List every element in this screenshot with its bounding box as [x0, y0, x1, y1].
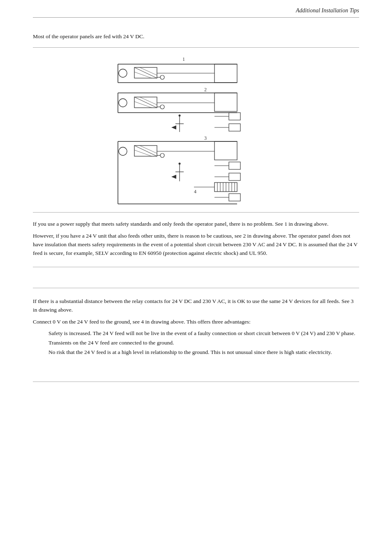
- section2: If there is a substantial distance betwe…: [33, 288, 359, 357]
- section2-para1: If there is a substantial distance betwe…: [33, 297, 359, 314]
- svg-marker-66: [171, 175, 176, 179]
- page-header: Additional Installation Tips: [33, 0, 359, 18]
- intro-text: Most of the operator panels are fed with…: [33, 33, 359, 40]
- svg-text:3: 3: [204, 135, 207, 141]
- page-header-title: Additional Installation Tips: [296, 7, 359, 14]
- svg-point-27: [179, 115, 181, 117]
- divider2: [33, 288, 359, 288]
- svg-text:2: 2: [204, 87, 207, 92]
- svg-rect-45: [214, 141, 237, 160]
- svg-rect-29: [229, 113, 240, 120]
- svg-rect-10: [214, 64, 237, 83]
- svg-text:4: 4: [194, 189, 196, 194]
- svg-line-18: [134, 97, 157, 108]
- svg-rect-47: [229, 162, 240, 169]
- svg-point-43: [160, 153, 164, 157]
- bottom-divider: [33, 382, 359, 382]
- svg-point-8: [160, 75, 164, 79]
- svg-point-64: [179, 163, 181, 165]
- svg-rect-31: [229, 124, 240, 131]
- svg-point-38: [119, 147, 127, 155]
- svg-point-16: [119, 99, 127, 107]
- svg-line-7: [134, 72, 152, 78]
- diagram-container: 1: [33, 47, 359, 213]
- section1-para2: However, if you have a 24 V unit that al…: [33, 232, 359, 258]
- wiring-diagram: 1: [93, 52, 299, 208]
- svg-marker-33: [171, 125, 176, 130]
- svg-line-20: [134, 102, 152, 108]
- svg-line-40: [134, 146, 157, 156]
- svg-line-42: [134, 150, 152, 156]
- svg-point-21: [160, 105, 164, 109]
- svg-point-3: [119, 69, 127, 77]
- bullet-item-1: Safety is increased. The 24 V feed will …: [48, 329, 359, 338]
- bullet-item-3: No risk that the 24 V feed is at a high …: [48, 348, 359, 357]
- bullet-item-2: Transients on the 24 V feed are connecte…: [48, 339, 359, 347]
- svg-rect-49: [229, 173, 240, 180]
- bullet-list: Safety is increased. The 24 V feed will …: [48, 329, 359, 357]
- svg-line-5: [134, 67, 157, 78]
- page: Additional Installation Tips Most of the…: [0, 0, 392, 555]
- section2-para2: Connect 0 V on the 24 V feed to the grou…: [33, 318, 359, 326]
- section1: Most of the operator panels are fed with…: [33, 33, 359, 258]
- section1-para1: If you use a power supply that meets saf…: [33, 220, 359, 229]
- svg-rect-60: [229, 194, 240, 201]
- svg-text:1: 1: [182, 56, 185, 62]
- svg-rect-23: [214, 93, 237, 111]
- divider1: [33, 267, 359, 267]
